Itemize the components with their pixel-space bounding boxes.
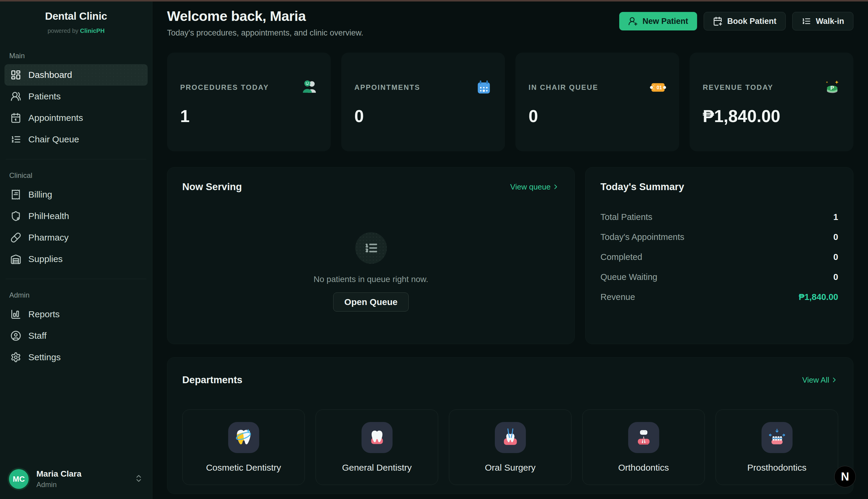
- open-queue-button[interactable]: Open Queue: [333, 292, 408, 312]
- sidebar-item-settings[interactable]: Settings: [4, 346, 148, 368]
- new-patient-button[interactable]: New Patient: [619, 12, 697, 31]
- stat-card-chair-queue: IN CHAIR QUEUE 01 0: [516, 52, 679, 151]
- nav-section-main: Main: [9, 52, 143, 60]
- sidebar-logo: Dental Clinic powered by ClinicPH: [0, 0, 152, 34]
- money-stack-icon: P: [824, 80, 840, 96]
- clinic-name: Dental Clinic: [0, 10, 152, 22]
- sidebar-divider: [6, 279, 147, 279]
- top-accent-bar: [0, 0, 868, 1]
- department-card-orthodontics[interactable]: Orthodontics: [582, 410, 705, 485]
- sidebar-item-patients[interactable]: Patients: [4, 86, 148, 107]
- tooth-implant-icon: [634, 428, 654, 447]
- svg-text:P: P: [830, 85, 834, 91]
- svg-text:01: 01: [657, 85, 662, 90]
- nav-section-clinical: Clinical: [9, 171, 143, 180]
- nav-section-admin: Admin: [9, 291, 143, 299]
- department-card-general[interactable]: General Dentistry: [315, 410, 438, 485]
- department-cards: Cosmetic Dentistry General Dentistry: [182, 410, 838, 485]
- sidebar-item-pharmacy[interactable]: Pharmacy: [4, 227, 148, 248]
- bar-chart-icon: [10, 309, 21, 320]
- queue-empty-circle: [355, 232, 387, 264]
- stat-label: PROCEDURES TODAY: [180, 83, 269, 92]
- sidebar-item-label: Dashboard: [28, 70, 72, 80]
- warehouse-icon: [10, 254, 21, 265]
- page-title: Welcome back, Maria: [167, 8, 363, 24]
- stat-label: REVENUE TODAY: [703, 83, 773, 92]
- panels-row: Now Serving View queue No patients in qu…: [167, 167, 853, 344]
- sidebar-item-label: PhilHealth: [28, 211, 69, 221]
- departments-panel: Departments View All: [167, 357, 853, 494]
- avatar: MC: [9, 469, 29, 489]
- nextjs-dev-badge[interactable]: N: [834, 466, 856, 487]
- department-card-prosthodontics[interactable]: Prosthodontics: [716, 410, 838, 485]
- sidebar-item-reports[interactable]: Reports: [4, 304, 148, 325]
- sidebar-item-supplies[interactable]: Supplies: [4, 248, 148, 270]
- stats-row: PROCEDURES TODAY 1 APPOINTMENTS: [167, 52, 853, 151]
- summary-row-revenue: Revenue ₱1,840.00: [600, 292, 838, 302]
- stat-card-appointments: APPOINTMENTS 0: [341, 52, 505, 151]
- stat-label: IN CHAIR QUEUE: [529, 83, 598, 92]
- sidebar-item-label: Settings: [28, 352, 61, 362]
- view-queue-link[interactable]: View queue: [510, 182, 560, 192]
- now-serving-panel: Now Serving View queue No patients in qu…: [167, 167, 575, 344]
- summary-row-appointments: Today's Appointments 0: [600, 232, 838, 242]
- empty-queue-message: No patients in queue right now.: [313, 275, 428, 284]
- sidebar-item-label: Staff: [28, 331, 47, 341]
- app-layout: Dental Clinic powered by ClinicPH Main D…: [0, 0, 868, 499]
- summary-row-completed: Completed 0: [600, 252, 838, 262]
- department-label: Cosmetic Dentistry: [206, 463, 281, 473]
- walk-in-button[interactable]: Walk-in: [792, 12, 853, 31]
- now-serving-title: Now Serving: [182, 181, 242, 193]
- summary-rows: Total Patients 1 Today's Appointments 0 …: [600, 212, 838, 302]
- sidebar-item-label: Chair Queue: [28, 134, 79, 144]
- stat-value: 0: [354, 106, 492, 126]
- department-label: Prosthodontics: [747, 463, 806, 473]
- summary-panel: Today's Summary Total Patients 1 Today's…: [585, 167, 853, 344]
- shield-heart-icon: [10, 211, 21, 221]
- department-label: General Dentistry: [342, 463, 412, 473]
- users-icon: [10, 91, 21, 102]
- book-patient-button[interactable]: Book Patient: [704, 12, 786, 31]
- list-ordered-icon: [802, 16, 811, 26]
- user-menu[interactable]: MC Maria Clara Admin: [0, 461, 152, 499]
- sidebar-item-appointments[interactable]: Appointments: [4, 107, 148, 129]
- department-label: Orthodontics: [618, 463, 669, 473]
- sidebar-item-dashboard[interactable]: Dashboard: [4, 64, 148, 86]
- brand-name: ClinicPH: [80, 27, 104, 34]
- sidebar-item-chair-queue[interactable]: Chair Queue: [4, 129, 148, 150]
- department-card-oral-surgery[interactable]: Oral Surgery: [449, 410, 571, 485]
- ticket-icon: 01: [650, 80, 666, 96]
- list-ordered-icon: [364, 241, 378, 255]
- stat-label: APPOINTMENTS: [354, 83, 420, 92]
- sidebar-item-label: Billing: [28, 190, 52, 200]
- sidebar-item-philhealth[interactable]: PhilHealth: [4, 205, 148, 227]
- header-actions: New Patient Book Patient Walk-in: [619, 12, 853, 31]
- people-icon: [301, 80, 318, 96]
- page-subtitle: Today's procedures, appointments, and cl…: [167, 28, 363, 38]
- stat-card-revenue: REVENUE TODAY P ₱1,840.00: [690, 52, 853, 151]
- sidebar-item-label: Patients: [28, 91, 61, 101]
- sidebar-item-label: Appointments: [28, 113, 83, 123]
- view-all-link[interactable]: View All: [802, 375, 838, 385]
- gear-icon: [10, 352, 21, 363]
- calendar-plus-icon: [713, 16, 722, 26]
- sidebar-nav: Main Dashboard Patients Appointments Cha…: [0, 52, 152, 368]
- calendar-icon: [10, 112, 21, 123]
- department-card-cosmetic[interactable]: Cosmetic Dentistry: [182, 410, 305, 485]
- tooth-extraction-icon: [500, 428, 520, 447]
- user-meta: Maria Clara Admin: [36, 469, 82, 489]
- main-content: Welcome back, Maria Today's procedures, …: [152, 0, 868, 499]
- chevron-right-icon: [830, 376, 838, 384]
- sidebar-item-staff[interactable]: Staff: [4, 325, 148, 346]
- sidebar-item-label: Pharmacy: [28, 232, 69, 243]
- chevron-right-icon: [552, 183, 560, 191]
- circle-user-icon: [10, 330, 21, 341]
- receipt-icon: [10, 189, 21, 200]
- dentures-icon: [767, 428, 787, 447]
- user-plus-icon: [628, 16, 638, 26]
- sidebar-item-billing[interactable]: Billing: [4, 184, 148, 205]
- department-label: Oral Surgery: [485, 463, 535, 473]
- sidebar-item-label: Supplies: [28, 254, 63, 264]
- tooth-sparkle-icon: [234, 428, 253, 447]
- empty-queue: No patients in queue right now. Open Que…: [182, 193, 560, 312]
